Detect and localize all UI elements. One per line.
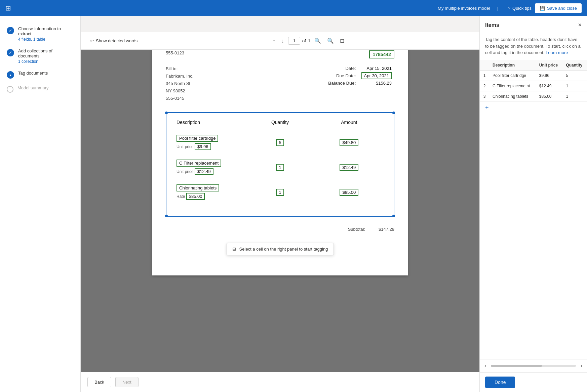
save-close-button[interactable]: 💾 Save and close [535, 3, 582, 13]
panel-unitprice-2[interactable]: $12.49 [536, 81, 563, 91]
qty-3: 1 [245, 189, 314, 196]
step-icon-model-summary [7, 86, 13, 93]
learn-more-link[interactable]: Learn more [546, 50, 568, 55]
table-row: Pool filter cartridge Unit price $9.96 5… [177, 135, 384, 150]
next-button[interactable]: Next [115, 377, 139, 387]
panel-qty-3[interactable]: 1 [562, 91, 587, 101]
page-total-label: 1 [308, 38, 310, 43]
doc-header: 555-0123 1785442 [166, 50, 394, 58]
subtotal-value: $147.29 [379, 227, 394, 232]
scroll-left-button[interactable]: ‹ [482, 361, 488, 370]
amt-2: $12.49 [315, 164, 384, 171]
zoom-out-button[interactable]: 🔍 [312, 37, 323, 45]
panel-header: Items × [480, 16, 587, 32]
amt-tagged-3[interactable]: $85.00 [340, 189, 358, 196]
unit-price-tagged-1[interactable]: $9.96 [195, 143, 211, 150]
done-button[interactable]: Done [485, 377, 515, 388]
amt-tagged-2[interactable]: $12.49 [340, 164, 358, 171]
item-desc-3: Chlorinating tablets Rate $85.00 [177, 184, 245, 200]
back-button[interactable]: Back [87, 377, 111, 387]
fit-button[interactable]: ⊡ [338, 37, 346, 45]
model-name: My multiple invoices model [438, 6, 490, 11]
invoice-meta: Date: Apr 15, 2021 Due Date: Apr 30, 202… [325, 65, 394, 102]
sidebar-step-add-collections[interactable]: Add collections of documents 1 collectio… [0, 45, 80, 67]
panel-title: Items [485, 22, 499, 28]
amt-tagged-1[interactable]: $49.80 [340, 139, 358, 146]
unit-price-tagged-2[interactable]: $12.49 [195, 168, 213, 175]
table-row: C Filter replacement Unit price $12.49 1… [177, 160, 384, 175]
prev-page-button[interactable]: ↑ [271, 37, 277, 45]
col-amt-header: Amount [315, 120, 384, 125]
col-num-header [480, 60, 489, 71]
panel-desc-2[interactable]: C Filter replaceme nt [489, 81, 536, 91]
apps-icon[interactable]: ⊞ [5, 4, 11, 12]
document-page: 555-0123 1785442 Bill to: Fabrikam, Inc.… [152, 40, 408, 275]
col-unitprice-panel-header: Unit price [536, 60, 563, 71]
step-title-tag-docs: Tag documents [18, 71, 74, 76]
desc-tagged-3[interactable]: Chlorinating tablets [177, 184, 219, 191]
col-qty-header: Quantity [245, 120, 314, 125]
unit-price-tagged-3[interactable]: $85.00 [186, 193, 205, 200]
panel-qty-2[interactable]: 1 [562, 81, 587, 91]
qty-tagged-2[interactable]: 1 [276, 164, 284, 171]
row-num-3: 3 [480, 91, 489, 101]
bill-to-address1: 345 North St [166, 80, 193, 87]
invoice-number-tagged[interactable]: 1785442 [369, 50, 394, 58]
unit-price-row-1: Unit price $9.96 [177, 143, 245, 150]
item-desc-1: Pool filter cartridge Unit price $9.96 [177, 135, 245, 150]
items-table-doc: Description Quantity Amount Pool filter … [166, 112, 394, 217]
step-icon-add-collections [7, 49, 14, 56]
scroll-right-button[interactable]: › [579, 361, 584, 370]
desc-tagged-2[interactable]: C Filter replacement [177, 160, 221, 167]
tagging-tooltip: ⊞ Select a cell on the right panel to st… [227, 243, 334, 255]
add-row-button[interactable]: + [480, 102, 494, 114]
save-icon: 💾 [540, 6, 545, 11]
date-value: Apr 15, 2021 [359, 65, 394, 72]
qty-2: 1 [245, 164, 314, 171]
panel-unitprice-3[interactable]: $85.00 [536, 91, 563, 101]
step-title-model-summary: Model summary [17, 85, 74, 90]
quick-tips-button[interactable]: ? Quick tips [505, 4, 535, 13]
due-date-label: Due Date: [325, 72, 358, 80]
sidebar-step-tag-documents[interactable]: ● Tag documents [0, 67, 80, 82]
panel-unitprice-1[interactable]: $9.96 [536, 70, 563, 81]
sidebar: Choose information to extract 4 fields, … [0, 16, 81, 392]
qty-1: 5 [245, 139, 314, 146]
doc-subtotal: Subtotal: $147.29 [166, 223, 394, 232]
corner-tr [392, 112, 395, 114]
subtotal-label: Subtotal: [348, 227, 365, 232]
page-number-input[interactable] [288, 37, 300, 45]
sidebar-step-choose-info[interactable]: Choose information to extract 4 fields, … [0, 23, 80, 45]
panel-table-row: 1 Pool filter cartridge $9.96 5 [480, 70, 587, 81]
bill-to-name: Fabrikam, Inc. [166, 73, 193, 80]
panel-qty-1[interactable]: 5 [562, 70, 587, 81]
bill-to-address2: NY 98052 [166, 87, 193, 95]
zoom-in-button[interactable]: 🔍 [325, 37, 336, 45]
amt-3: $85.00 [315, 189, 384, 196]
col-qty-panel-header: Quantity [562, 60, 587, 71]
page-of-label: of [302, 38, 306, 43]
next-page-button[interactable]: ↓ [279, 37, 286, 45]
qty-tagged-1[interactable]: 5 [276, 139, 284, 146]
step-sub-add-collections: 1 collection [18, 59, 74, 64]
panel-table: Description Unit price Quantity 1 Pool f… [480, 60, 587, 359]
sidebar-step-model-summary[interactable]: Model summary [0, 82, 80, 96]
qty-tagged-3[interactable]: 1 [276, 189, 284, 196]
doc-phone: 555-0123 [166, 50, 184, 58]
desc-tagged-1[interactable]: Pool filter cartridge [177, 135, 218, 142]
unit-price-row-3: Rate $85.00 [177, 193, 245, 200]
due-date-tagged[interactable]: Apr 30, 2021 [361, 72, 392, 79]
show-words-button[interactable]: ↩ Show detected words [87, 37, 140, 45]
step-title-choose-info: Choose information to extract [18, 26, 74, 36]
corner-bl [165, 215, 168, 217]
panel-desc-1[interactable]: Pool filter cartridge [489, 70, 536, 81]
panel-close-button[interactable]: × [578, 21, 582, 29]
detected-words-icon: ↩ [90, 38, 94, 43]
panel-desc-3[interactable]: Chlorinati ng tablets [489, 91, 536, 101]
top-bar: ⊞ My multiple invoices model | ? Quick t… [0, 0, 587, 16]
main-content: ↩ Show detected words ↑ ↓ of 1 🔍 🔍 ⊡ 555… [81, 16, 479, 392]
panel-scroll-nav: ‹ › [480, 359, 587, 372]
doc-toolbar: ↩ Show detected words ↑ ↓ of 1 🔍 🔍 ⊡ [81, 32, 479, 50]
table-header: Description Quantity Amount [177, 120, 384, 129]
step-title-add-collections: Add collections of documents [18, 48, 74, 58]
